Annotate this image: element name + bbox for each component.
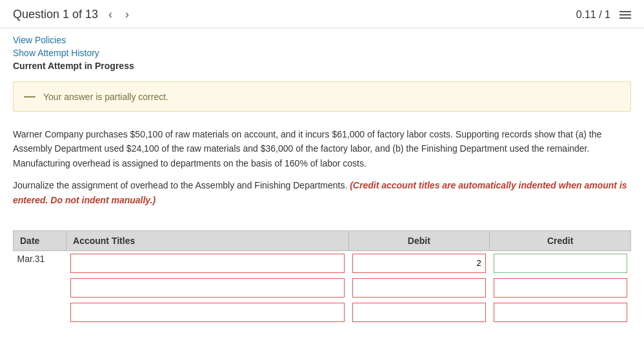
question-body: Warner Company purchases $50,100 of raw … [0,118,644,221]
row3-credit-cell [490,300,631,325]
row2-account-input[interactable] [70,278,345,298]
row3-debit-cell [348,300,490,325]
row2-credit-input[interactable] [494,278,627,298]
page-header: Question 1 of 13 ‹ › 0.11 / 1 [0,0,644,28]
row1-date: Mar.31 [14,250,66,276]
menu-line-1 [619,11,631,12]
question-instruction: Journalize the assignment of overhead to… [13,178,631,207]
next-question-button[interactable]: › [123,6,132,23]
journal-table: Date Account Titles Debit Credit Mar.31 [13,230,631,325]
table-row [14,300,631,325]
row3-account-input[interactable] [70,303,345,322]
row1-debit-cell [348,250,490,276]
table-row [14,276,631,300]
row2-debit-cell [348,276,490,300]
score-display: 0.11 / 1 [576,9,610,21]
row1-credit-cell [490,250,631,276]
menu-icon[interactable] [619,11,631,19]
question-text: Warner Company purchases $50,100 of raw … [13,127,631,170]
row1-credit-input[interactable] [494,254,627,273]
alert-dash-icon: — [24,90,35,103]
row1-account-input[interactable] [70,254,345,273]
row2-debit-input[interactable] [352,278,486,298]
col-credit: Credit [490,230,631,250]
current-attempt-label: Current Attempt in Progress [13,61,631,71]
row3-debit-input[interactable] [352,303,486,322]
row3-account-cell [66,300,348,325]
question-counter: Question 1 of 13 [13,8,98,21]
header-left: Question 1 of 13 ‹ › [13,6,132,23]
row3-date [14,300,66,325]
table-header-row: Date Account Titles Debit Credit [14,230,631,250]
alert-box: — Your answer is partially correct. [13,81,631,112]
instruction-normal-text: Journalize the assignment of overhead to… [13,180,347,190]
header-right: 0.11 / 1 [576,9,631,21]
row1-account-cell [66,250,348,276]
col-debit: Debit [348,230,490,250]
view-policies-link[interactable]: View Policies [13,35,631,45]
col-date: Date [14,230,66,250]
menu-line-2 [619,14,631,15]
row2-credit-cell [490,276,631,300]
col-account-titles: Account Titles [66,230,348,250]
prev-question-button[interactable]: ‹ [106,6,115,23]
row2-account-cell [66,276,348,300]
menu-line-3 [619,17,631,19]
sub-header: View Policies Show Attempt History Curre… [0,28,644,75]
alert-message: Your answer is partially correct. [43,92,168,102]
show-attempt-history-link[interactable]: Show Attempt History [13,48,631,58]
table-row: Mar.31 [14,250,631,276]
row3-credit-input[interactable] [494,303,627,322]
row1-debit-input[interactable] [352,254,486,273]
row2-date [14,276,66,300]
